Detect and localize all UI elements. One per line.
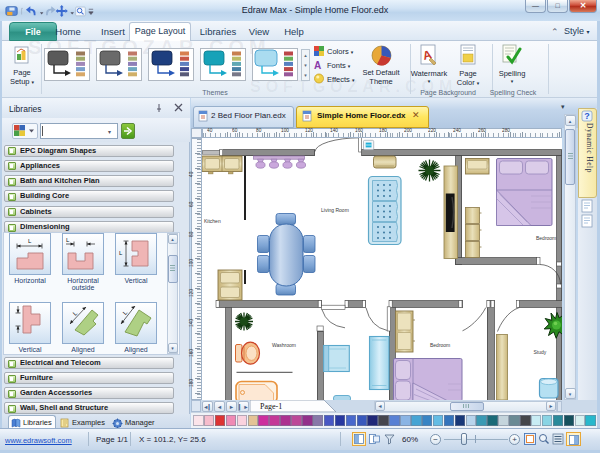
svg-text:A: A	[314, 60, 321, 71]
svg-text:Bedroom: Bedroom	[430, 342, 450, 348]
svg-text:L: L	[28, 238, 32, 244]
svg-text:L: L	[66, 237, 70, 243]
svg-text:Kitchen: Kitchen	[204, 218, 221, 224]
svg-text:L: L	[119, 250, 123, 256]
svg-text:Washroom: Washroom	[272, 342, 296, 348]
svg-text:Study: Study	[534, 349, 547, 355]
svg-text:Page-1: Page-1	[260, 402, 282, 411]
svg-text:Bedroom: Bedroom	[536, 235, 556, 241]
svg-text:?: ?	[584, 111, 590, 121]
svg-text:Living Room: Living Room	[321, 207, 349, 213]
